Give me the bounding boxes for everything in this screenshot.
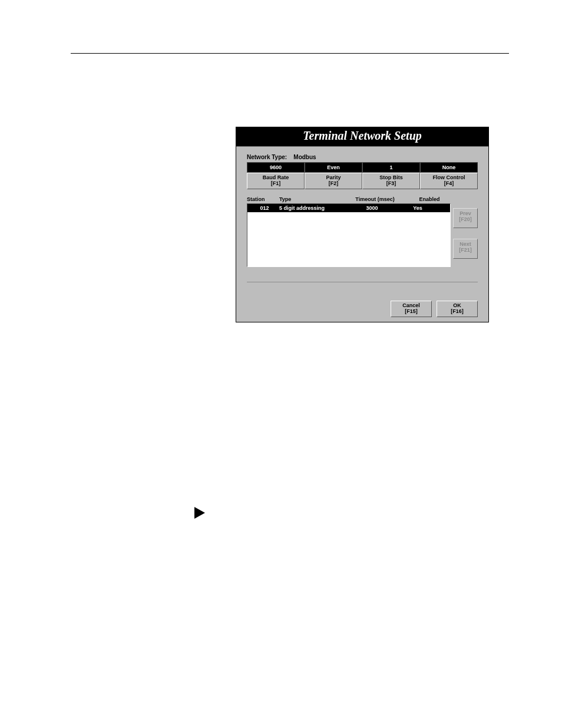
- ok-button[interactable]: OK [F16]: [437, 301, 478, 317]
- comm-settings-row: 9600 Baud Rate [F1] Even Parity [F2]: [247, 162, 478, 189]
- document-page: Terminal Network Setup Network Type: Mod…: [0, 0, 562, 728]
- network-type-label: Network Type:: [247, 154, 287, 160]
- prev-button[interactable]: Prev [F20]: [453, 208, 478, 228]
- dialog-title: Terminal Network Setup: [236, 127, 488, 147]
- parity-label: Parity: [326, 174, 340, 180]
- parity-value[interactable]: Even: [305, 162, 362, 173]
- cell-type: 5 digit addressing: [279, 205, 344, 211]
- network-type-value: Modbus: [293, 154, 316, 160]
- stopbits-key: [F3]: [363, 181, 419, 187]
- stopbits-button[interactable]: Stop Bits [F3]: [362, 173, 420, 189]
- header-station: Station: [247, 196, 279, 202]
- next-button[interactable]: Next [F21]: [453, 239, 478, 259]
- cell-enabled: Yes: [400, 205, 435, 211]
- header-timeout: Timeout (msec): [344, 196, 406, 202]
- next-label: Next: [459, 241, 471, 247]
- dialog-body: Network Type: Modbus 9600 Baud Rate [F1]…: [236, 147, 488, 273]
- ok-label: OK: [453, 302, 461, 308]
- station-row-selected[interactable]: 012 5 digit addressing 3000 Yes: [247, 204, 450, 212]
- stopbits-column: 1 Stop Bits [F3]: [362, 162, 420, 189]
- cancel-button[interactable]: Cancel [F15]: [391, 301, 432, 317]
- flowcontrol-column: None Flow Control [F4]: [420, 162, 478, 189]
- separator: [247, 282, 478, 282]
- prev-next-buttons: Prev [F20] Next [F21]: [453, 203, 478, 267]
- cancel-label: Cancel: [402, 302, 420, 308]
- stopbits-value[interactable]: 1: [362, 162, 420, 173]
- terminal-network-setup-dialog: Terminal Network Setup Network Type: Mod…: [236, 127, 489, 322]
- dialog-action-buttons: Cancel [F15] OK [F16]: [391, 301, 478, 317]
- header-rule: [71, 53, 509, 54]
- baud-rate-value[interactable]: 9600: [247, 162, 305, 173]
- flowcontrol-button[interactable]: Flow Control [F4]: [420, 173, 478, 189]
- parity-button[interactable]: Parity [F2]: [305, 173, 362, 189]
- station-table-headers: Station Type Timeout (msec) Enabled: [247, 196, 478, 202]
- ok-key: [F16]: [437, 309, 477, 315]
- station-list-area: 012 5 digit addressing 3000 Yes Prev [F2…: [247, 203, 478, 267]
- header-type: Type: [279, 196, 344, 202]
- right-arrow-icon: [194, 507, 205, 519]
- prev-key: [F20]: [454, 217, 477, 223]
- station-listbox[interactable]: 012 5 digit addressing 3000 Yes: [247, 203, 451, 267]
- parity-key: [F2]: [305, 181, 362, 187]
- prev-label: Prev: [459, 210, 471, 216]
- baud-rate-key: [F1]: [247, 181, 304, 187]
- stopbits-label: Stop Bits: [379, 174, 403, 180]
- cell-station: 012: [250, 205, 279, 211]
- baud-rate-button[interactable]: Baud Rate [F1]: [247, 173, 305, 189]
- flowcontrol-key: [F4]: [421, 181, 477, 187]
- baud-rate-label: Baud Rate: [263, 174, 289, 180]
- cancel-key: [F15]: [391, 309, 431, 315]
- cell-timeout: 3000: [344, 205, 400, 211]
- header-enabled: Enabled: [406, 196, 453, 202]
- flowcontrol-label: Flow Control: [433, 174, 465, 180]
- network-type-row: Network Type: Modbus: [247, 154, 478, 160]
- bullet-arrow: [194, 507, 205, 519]
- baud-column: 9600 Baud Rate [F1]: [247, 162, 305, 189]
- next-key: [F21]: [454, 248, 477, 253]
- flowcontrol-value[interactable]: None: [420, 162, 478, 173]
- parity-column: Even Parity [F2]: [305, 162, 362, 189]
- figure-container: Terminal Network Setup Network Type: Mod…: [236, 127, 489, 322]
